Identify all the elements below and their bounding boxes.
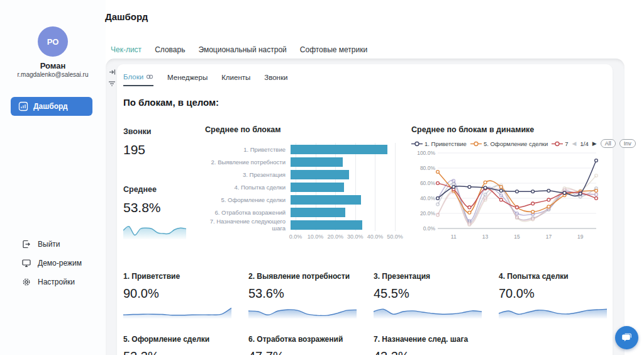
metric-card-title: 3. Презентация (374, 272, 487, 281)
inner-tab-блоки[interactable]: Блоки (123, 73, 153, 86)
bar-chart-title: Среднее по блокам (205, 125, 400, 134)
calls-stat: Звонки 195 (123, 127, 151, 157)
legend-button-all[interactable]: All (601, 139, 616, 148)
inner-tab-label: Звонки (264, 74, 287, 81)
bar-x-tick: 30.0% (347, 234, 364, 240)
average-value: 53.8% (123, 200, 161, 215)
metric-card: 1. Приветствие90.0% (123, 272, 236, 318)
metric-card-value: 53.6% (248, 286, 362, 301)
user-email: r.magdalenko@salesai.ru (0, 71, 106, 78)
sidebar-item-demo-mode[interactable]: Демо-режим (21, 257, 82, 269)
calls-label: Звонки (123, 127, 151, 136)
metric-card: 7. Назначение след. шага43.3% (374, 335, 487, 355)
line-chart-legend: 1. Приветствие5. Оформление сделки7◀1/4▶… (411, 139, 608, 148)
metric-card: 3. Презентация45.5% (374, 272, 487, 318)
inner-tab-звонки[interactable]: Звонки (264, 73, 287, 86)
inner-tab-менеджеры[interactable]: Менеджеры (167, 73, 208, 86)
average-sparkline (123, 222, 186, 239)
content-card: БлокиМенеджерыКлиентыЗвонки По блокам, в… (117, 64, 613, 355)
legend-item[interactable]: 1. Приветствие (411, 140, 467, 147)
sidebar-item-label: Дашборд (33, 102, 68, 111)
bar[interactable] (291, 208, 345, 217)
bar-chart: Среднее по блокам 1. Приветствие2. Выявл… (205, 125, 400, 242)
bar-row: 2. Выявление потребности (205, 155, 400, 168)
chat-button[interactable] (615, 326, 638, 349)
gear-icon (21, 277, 31, 287)
sidebar-item-logout[interactable]: Выйти (21, 238, 82, 251)
user-name: Роман (0, 61, 106, 70)
bar-track (291, 155, 390, 168)
legend-next-icon[interactable]: ▶ (592, 140, 597, 147)
metric-card: 5. Оформление сделки52.3% (123, 335, 236, 355)
inner-tab-клиенты[interactable]: Клиенты (221, 73, 250, 86)
legend-item[interactable]: 5. Оформление сделки (470, 140, 548, 147)
legend-prev-icon[interactable]: ◀ (572, 140, 577, 147)
sidebar-item-dashboard[interactable]: Дашборд (11, 97, 92, 116)
legend-marker-icon (411, 141, 423, 147)
bar-track (291, 193, 390, 206)
svg-text:19: 19 (577, 234, 584, 240)
legend-button-inv[interactable]: Inv (619, 139, 636, 148)
bar[interactable] (291, 183, 344, 192)
svg-text:60.0%: 60.0% (420, 180, 436, 186)
legend-marker-icon (470, 141, 482, 147)
metric-card-title: 7. Назначение след. шага (374, 335, 487, 344)
legend-page: 1/4 (580, 140, 589, 147)
collapse-icon[interactable] (109, 69, 116, 76)
legend-label: 5. Оформление сделки (484, 140, 548, 147)
metric-card-title: 6. Отработка возражений (248, 335, 362, 344)
metric-card-value: 52.3% (123, 349, 236, 355)
line-chart-plot: 0.0%20.0%40.0%60.0%80.0%100.0%1113151719 (411, 148, 608, 244)
svg-text:17: 17 (546, 234, 552, 240)
inner-tabs: БлокиМенеджерыКлиентыЗвонки (123, 73, 287, 86)
bar[interactable] (291, 170, 349, 179)
tool-strip (108, 69, 116, 87)
bar-x-tick: 50.0% (387, 234, 403, 240)
bar-x-tick: 10.0% (308, 234, 324, 240)
bar[interactable] (291, 157, 343, 167)
metric-card-title: 1. Приветствие (123, 272, 236, 281)
bar[interactable] (291, 220, 362, 230)
svg-text:0.0%: 0.0% (423, 225, 436, 232)
svg-text:80.0%: 80.0% (420, 165, 436, 171)
content-panel: БлокиМенеджерыКлиентыЗвонки По блокам, в… (106, 59, 625, 355)
bar-row: 5. Оформление сделки (205, 193, 400, 206)
filter-icon[interactable] (108, 81, 116, 87)
sidebar-item-label: Демо-режим (38, 259, 82, 268)
metric-card-value: 45.5% (374, 286, 487, 301)
bar-category-label: 2. Выявление потребности (205, 159, 291, 166)
inner-tab-label: Клиенты (221, 74, 250, 81)
bar[interactable] (291, 145, 387, 154)
metric-card: 6. Отработка возражений47.7% (248, 335, 362, 355)
bar-track (291, 206, 390, 218)
bar-track (291, 218, 390, 231)
inner-tab-label: Блоки (123, 73, 143, 81)
metric-card-title: 2. Выявление потребности (248, 272, 362, 281)
average-label: Среднее (123, 185, 161, 194)
section-title: По блокам, в целом: (123, 97, 219, 108)
bar-row: 6. Отработка возражений (205, 206, 400, 218)
bar-x-tick: 40.0% (367, 234, 384, 240)
bar-category-label: 4. Попытка сделки (205, 184, 291, 191)
metric-card-title: 4. Попытка сделки (499, 272, 612, 281)
bar-category-label: 7. Назначение следующего шага (205, 218, 291, 232)
bar-category-label: 6. Отработка возражений (205, 209, 291, 216)
bar-category-label: 1. Приветствие (205, 146, 291, 153)
svg-text:100.0%: 100.0% (417, 150, 435, 156)
metric-card-value: 70.0% (499, 286, 612, 301)
link-icon (146, 74, 153, 79)
chat-icon (621, 332, 633, 344)
sidebar-item-settings[interactable]: Настройки (21, 276, 82, 288)
bar-track (291, 181, 390, 193)
inner-tab-label: Менеджеры (167, 74, 208, 81)
legend-label: 1. Приветствие (425, 140, 467, 147)
sidebar-footer: ВыйтиДемо-режимНастройки (21, 238, 82, 288)
calls-value: 195 (123, 142, 151, 157)
avatar[interactable]: РО (38, 26, 68, 57)
average-stat: Среднее 53.8% (123, 185, 161, 215)
metric-card-value: 47.7% (248, 349, 362, 355)
logout-icon (21, 239, 31, 249)
legend-item[interactable]: 7 (552, 140, 568, 147)
bar[interactable] (291, 195, 361, 205)
line-chart-title: Среднее по блокам в динамике (411, 125, 608, 134)
